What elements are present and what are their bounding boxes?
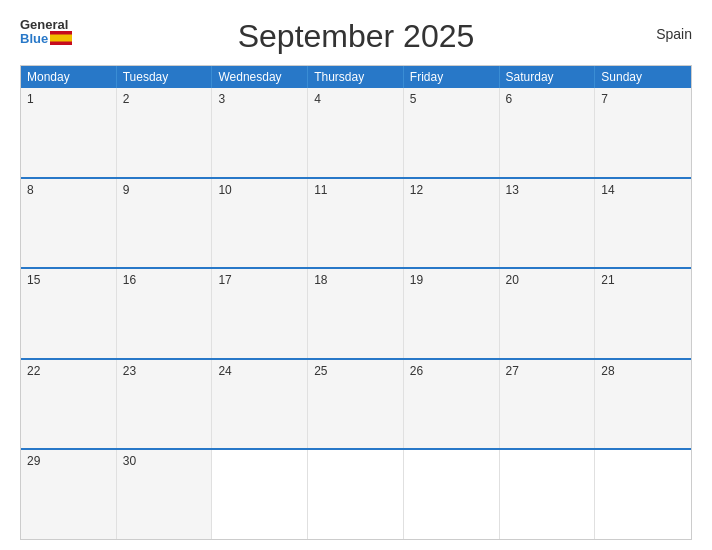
logo-blue-text: Blue bbox=[20, 32, 48, 45]
calendar-page: General Blue September 2025 Spain Monday… bbox=[0, 0, 712, 550]
day-8: 8 bbox=[21, 179, 117, 268]
day-19: 19 bbox=[404, 269, 500, 358]
col-wednesday: Wednesday bbox=[212, 66, 308, 88]
col-sunday: Sunday bbox=[595, 66, 691, 88]
col-saturday: Saturday bbox=[500, 66, 596, 88]
day-22: 22 bbox=[21, 360, 117, 449]
logo: General Blue bbox=[20, 18, 72, 45]
day-15: 15 bbox=[21, 269, 117, 358]
day-9: 9 bbox=[117, 179, 213, 268]
day-30: 30 bbox=[117, 450, 213, 539]
week-2: 8 9 10 11 12 13 14 bbox=[21, 177, 691, 268]
day-6: 6 bbox=[500, 88, 596, 177]
week-5: 29 30 bbox=[21, 448, 691, 539]
day-5: 5 bbox=[404, 88, 500, 177]
day-27: 27 bbox=[500, 360, 596, 449]
week-3: 15 16 17 18 19 20 21 bbox=[21, 267, 691, 358]
week-4: 22 23 24 25 26 27 28 bbox=[21, 358, 691, 449]
day-26: 26 bbox=[404, 360, 500, 449]
day-18: 18 bbox=[308, 269, 404, 358]
day-28: 28 bbox=[595, 360, 691, 449]
day-4: 4 bbox=[308, 88, 404, 177]
day-13: 13 bbox=[500, 179, 596, 268]
day-14: 14 bbox=[595, 179, 691, 268]
day-16: 16 bbox=[117, 269, 213, 358]
svg-rect-1 bbox=[50, 35, 72, 42]
day-24: 24 bbox=[212, 360, 308, 449]
day-21: 21 bbox=[595, 269, 691, 358]
calendar-header-row: Monday Tuesday Wednesday Thursday Friday… bbox=[21, 66, 691, 88]
calendar-header: General Blue September 2025 Spain bbox=[20, 18, 692, 55]
day-empty-4 bbox=[500, 450, 596, 539]
day-2: 2 bbox=[117, 88, 213, 177]
day-empty-3 bbox=[404, 450, 500, 539]
logo-general-text: General bbox=[20, 18, 68, 31]
calendar-body: 1 2 3 4 5 6 7 8 9 10 11 12 13 14 15 16 bbox=[21, 88, 691, 539]
day-29: 29 bbox=[21, 450, 117, 539]
day-empty-2 bbox=[308, 450, 404, 539]
day-10: 10 bbox=[212, 179, 308, 268]
logo-flag-icon bbox=[50, 31, 72, 45]
day-20: 20 bbox=[500, 269, 596, 358]
col-monday: Monday bbox=[21, 66, 117, 88]
day-7: 7 bbox=[595, 88, 691, 177]
day-12: 12 bbox=[404, 179, 500, 268]
col-friday: Friday bbox=[404, 66, 500, 88]
page-title: September 2025 bbox=[238, 18, 475, 55]
day-17: 17 bbox=[212, 269, 308, 358]
col-thursday: Thursday bbox=[308, 66, 404, 88]
day-empty-1 bbox=[212, 450, 308, 539]
day-23: 23 bbox=[117, 360, 213, 449]
country-label: Spain bbox=[656, 26, 692, 42]
day-1: 1 bbox=[21, 88, 117, 177]
col-tuesday: Tuesday bbox=[117, 66, 213, 88]
day-3: 3 bbox=[212, 88, 308, 177]
calendar-grid: Monday Tuesday Wednesday Thursday Friday… bbox=[20, 65, 692, 540]
day-11: 11 bbox=[308, 179, 404, 268]
day-empty-5 bbox=[595, 450, 691, 539]
week-1: 1 2 3 4 5 6 7 bbox=[21, 88, 691, 177]
day-25: 25 bbox=[308, 360, 404, 449]
